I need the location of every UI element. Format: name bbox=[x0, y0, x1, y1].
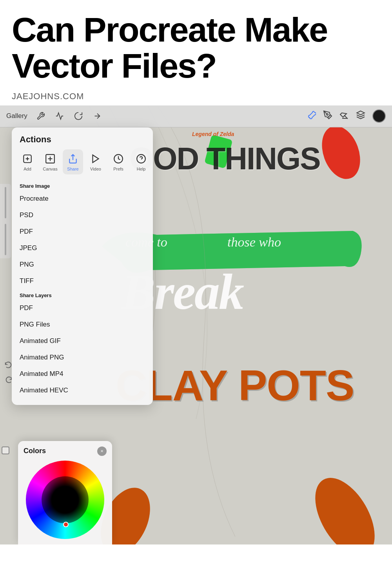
svg-marker-6 bbox=[357, 111, 365, 115]
brush-icon[interactable] bbox=[307, 110, 316, 122]
colors-panel-header: Colors × bbox=[24, 446, 107, 456]
add-tab-icon bbox=[21, 152, 34, 165]
canvas-tab-label: Canvas bbox=[43, 167, 57, 171]
checkbox-area bbox=[2, 446, 9, 454]
art-good-things: OOD THINGS bbox=[129, 141, 320, 177]
svg-point-0 bbox=[315, 121, 367, 184]
colors-title: Colors bbox=[24, 447, 46, 455]
menu-animated-png[interactable]: Animated PNG bbox=[12, 349, 153, 366]
actions-tabs: Add Canvas bbox=[12, 149, 153, 174]
svg-marker-12 bbox=[93, 155, 98, 163]
tab-share[interactable]: Share bbox=[63, 149, 83, 174]
tab-prefs[interactable]: Prefs bbox=[108, 149, 129, 174]
share-layers-header: Share Layers bbox=[12, 289, 153, 300]
wrench-icon[interactable] bbox=[35, 111, 46, 122]
brush-size-slider[interactable] bbox=[5, 187, 6, 218]
actions-title: Actions bbox=[12, 127, 153, 149]
menu-pdf-layers[interactable]: PDF bbox=[12, 300, 153, 316]
tab-canvas[interactable]: Canvas bbox=[40, 149, 60, 174]
menu-psd[interactable]: PSD bbox=[12, 207, 153, 223]
svg-point-2 bbox=[303, 468, 387, 544]
help-tab-icon bbox=[135, 152, 147, 165]
top-toolbar: Gallery bbox=[0, 105, 392, 127]
video-tab-label: Video bbox=[90, 167, 101, 171]
tab-add[interactable]: Add bbox=[17, 149, 38, 174]
menu-pdf-image[interactable]: PDF bbox=[12, 223, 153, 240]
art-those-who: those who bbox=[227, 235, 281, 250]
tab-video[interactable]: Video bbox=[85, 149, 106, 174]
share-tab-icon bbox=[67, 152, 79, 165]
arrow-icon[interactable] bbox=[92, 111, 103, 122]
toolbar-right bbox=[307, 109, 386, 123]
color-wheel[interactable] bbox=[26, 461, 104, 539]
colors-close-button[interactable]: × bbox=[97, 446, 107, 456]
menu-animated-gif[interactable]: Animated GIF bbox=[12, 333, 153, 349]
video-tab-icon bbox=[89, 152, 102, 165]
add-tab-label: Add bbox=[24, 167, 31, 171]
procreate-ui: Legend of Zelda OOD THINGS come to those… bbox=[0, 105, 392, 544]
menu-procreate[interactable]: Procreate bbox=[12, 191, 153, 207]
actions-panel: Actions Add bbox=[12, 127, 153, 405]
color-wheel-container[interactable] bbox=[26, 461, 104, 539]
swirl-icon[interactable] bbox=[73, 111, 84, 122]
menu-png[interactable]: PNG bbox=[12, 256, 153, 273]
hero-section: Can Procreate Make Vector Files? JAEJOHN… bbox=[0, 0, 392, 105]
prefs-tab-label: Prefs bbox=[113, 167, 123, 171]
hero-title: Can Procreate Make Vector Files? bbox=[12, 12, 380, 84]
menu-png-files[interactable]: PNG Files bbox=[12, 316, 153, 333]
colors-panel: Colors × bbox=[18, 441, 112, 544]
hero-subtitle: JAEJOHNS.COM bbox=[12, 91, 380, 102]
tab-help[interactable]: Help bbox=[131, 149, 151, 174]
gallery-button[interactable]: Gallery bbox=[6, 112, 27, 120]
menu-animated-hevc[interactable]: Animated HEVC bbox=[12, 382, 153, 399]
menu-jpeg[interactable]: JPEG bbox=[12, 240, 153, 256]
share-tab-label: Share bbox=[67, 167, 78, 171]
menu-animated-mp4[interactable]: Animated MP4 bbox=[12, 366, 153, 382]
layer-checkbox[interactable] bbox=[2, 446, 9, 454]
help-tab-label: Help bbox=[137, 167, 146, 171]
canvas-tab-icon bbox=[44, 152, 56, 165]
opacity-slider[interactable] bbox=[5, 224, 6, 255]
layers-icon[interactable] bbox=[356, 110, 365, 122]
eraser-icon[interactable] bbox=[339, 111, 349, 122]
left-toolbar bbox=[0, 184, 11, 258]
magic-icon[interactable] bbox=[54, 111, 65, 122]
color-wheel-dot bbox=[63, 522, 69, 527]
share-image-header: Share Image bbox=[12, 180, 153, 191]
toolbar-left: Gallery bbox=[6, 111, 103, 122]
art-zelda-text: Legend of Zelda bbox=[192, 131, 234, 137]
prefs-tab-icon bbox=[112, 152, 125, 165]
pen-icon[interactable] bbox=[323, 110, 332, 122]
svg-point-5 bbox=[327, 114, 328, 115]
color-dot[interactable] bbox=[372, 109, 386, 123]
menu-tiff[interactable]: TIFF bbox=[12, 273, 153, 289]
